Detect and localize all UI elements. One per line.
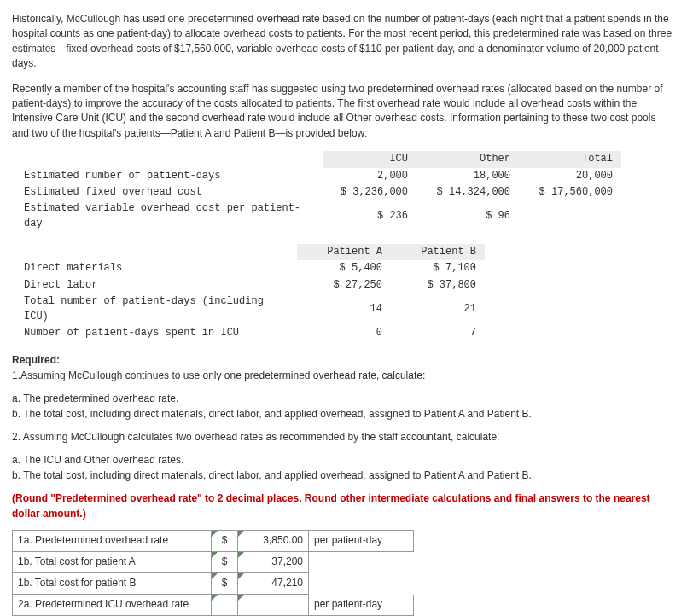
- cell: [519, 200, 621, 232]
- intro-paragraph-2: Recently a member of the hospital's acco…: [12, 82, 675, 142]
- cell: $ 14,324,000: [416, 184, 519, 200]
- row-label: Number of patient-days spent in ICU: [15, 325, 297, 341]
- row-label: Estimated number of patient-days: [15, 168, 323, 184]
- col-patient-b: Patient B: [391, 244, 485, 260]
- cell: $ 3,236,000: [323, 184, 416, 200]
- answer-label: 1a. Predetermined overhead rate: [13, 530, 212, 551]
- answer-label: 2a. Predetermined ICU overhead rate: [13, 594, 212, 615]
- req-2: 2. Assuming McCullough calculates two ov…: [12, 430, 675, 445]
- req-2b: b. The total cost, including direct mate…: [12, 468, 675, 483]
- cell: 14: [297, 293, 391, 325]
- required-heading: Required:: [12, 353, 675, 368]
- cell: $ 96: [416, 200, 519, 232]
- col-other: Other: [416, 151, 519, 167]
- cell: 20,000: [519, 168, 621, 184]
- unit-cell: [309, 551, 414, 572]
- row-label: Total number of patient-days (including …: [15, 293, 297, 325]
- cell: 2,000: [323, 168, 416, 184]
- unit-cell: per patient-day: [309, 530, 414, 551]
- answer-row: 1a. Predetermined overhead rate$3,850.00…: [13, 530, 414, 551]
- value-cell[interactable]: 47,210: [238, 572, 309, 594]
- cell: $ 17,560,000: [519, 184, 621, 200]
- col-icu: ICU: [323, 151, 416, 167]
- answer-row: 1b. Total cost for patient A$37,200: [13, 551, 414, 572]
- currency-cell[interactable]: $: [212, 551, 238, 572]
- cell: $ 7,100: [391, 260, 485, 276]
- rounding-note: (Round "Predetermined overhead rate" to …: [12, 491, 675, 521]
- answer-label: 1b. Total cost for patient A: [13, 551, 212, 572]
- currency-cell[interactable]: $: [212, 572, 238, 594]
- req-1: 1.Assuming McCullough continues to use o…: [12, 369, 675, 383]
- cell: 7: [391, 325, 485, 341]
- required-section: Required: 1.Assuming McCullough continue…: [12, 353, 675, 521]
- problem-intro: Historically, McCullough has used one pr…: [12, 12, 675, 141]
- value-cell[interactable]: 3,850.00: [238, 530, 309, 551]
- value-cell[interactable]: [238, 594, 309, 615]
- value-cell[interactable]: 37,200: [238, 551, 309, 572]
- col-total: Total: [519, 151, 621, 167]
- cost-pool-table: ICU Other Total Estimated number of pati…: [15, 151, 621, 232]
- row-label: Estimated fixed overhead cost: [15, 184, 323, 200]
- req-1a: a. The predetermined overhead rate.: [12, 392, 675, 406]
- cell: 21: [391, 293, 485, 325]
- req-2a: a. The ICU and Other overhead rates.: [12, 453, 675, 468]
- cell: $ 37,800: [391, 277, 485, 293]
- unit-cell: [309, 572, 414, 594]
- currency-cell[interactable]: [212, 594, 238, 615]
- cell: 18,000: [416, 168, 519, 184]
- intro-paragraph-1: Historically, McCullough has used one pr…: [12, 12, 675, 72]
- req-1b: b. The total cost, including direct mate…: [12, 407, 675, 421]
- answer-table: 1a. Predetermined overhead rate$3,850.00…: [12, 530, 414, 616]
- cell: $ 236: [323, 200, 416, 232]
- col-patient-a: Patient A: [297, 244, 391, 260]
- currency-cell[interactable]: $: [212, 530, 238, 551]
- cell: 0: [297, 325, 391, 341]
- answer-row: 1b. Total cost for patient B$47,210: [13, 572, 414, 594]
- row-label: Estimated variable overhead cost per pat…: [15, 200, 323, 232]
- row-label: Direct materials: [15, 260, 297, 276]
- cell: $ 27,250: [297, 277, 391, 293]
- row-label: Direct labor: [15, 277, 297, 293]
- cell: $ 5,400: [297, 260, 391, 276]
- answer-row: 2a. Predetermined ICU overhead rateper p…: [13, 594, 414, 615]
- answer-label: 1b. Total cost for patient B: [13, 572, 212, 594]
- patient-table: Patient A Patient B Direct materials $ 5…: [15, 244, 485, 341]
- unit-cell: per patient-day: [309, 594, 414, 615]
